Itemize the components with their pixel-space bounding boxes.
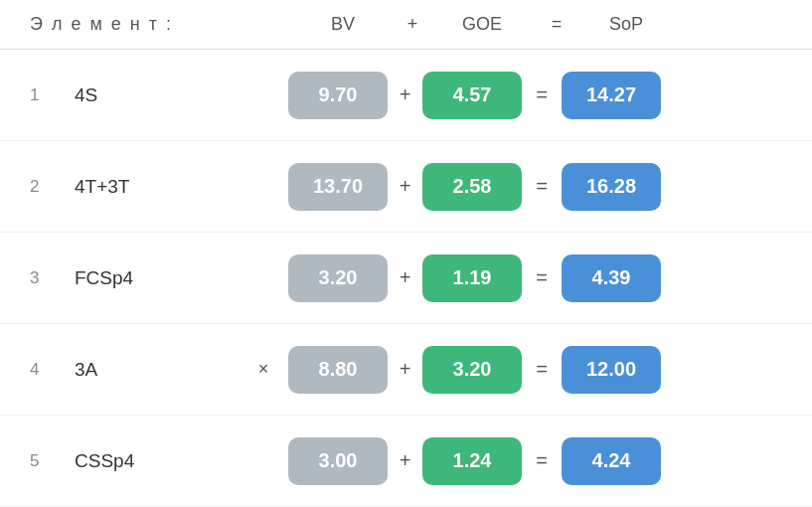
sop-value: 4.24: [562, 437, 661, 485]
row-element-name: 4S: [65, 84, 248, 106]
table-row: 1 4S 9.70 + 4.57 = 14.27: [0, 50, 812, 141]
bv-value: 3.20: [288, 254, 388, 302]
row-element-name: FCSp4: [65, 267, 248, 289]
row-multiplier: ×: [248, 359, 278, 380]
header-eq-label: =: [537, 14, 576, 35]
row-number: 5: [30, 451, 65, 471]
row-element-name: 4T+3T: [65, 176, 248, 198]
row-number: 2: [30, 177, 65, 197]
plus-sign: +: [388, 266, 422, 289]
sop-value: 14.27: [562, 72, 661, 119]
goe-value: 3.20: [422, 346, 522, 394]
sop-value: 16.28: [562, 163, 661, 211]
sop-value: 12.00: [562, 346, 661, 394]
header-sop-label: SoP: [576, 14, 676, 35]
table-row: 3 FCSp4 3.20 + 1.19 = 4.39: [0, 233, 812, 324]
row-number: 4: [30, 360, 65, 380]
eq-sign: =: [522, 358, 562, 381]
table-header: Э л е м е н т : BV + GOE = SoP: [0, 0, 812, 50]
header-goe-label: GOE: [427, 14, 537, 35]
bv-value: 9.70: [288, 72, 388, 119]
row-element-name: 3A: [65, 359, 248, 381]
goe-value: 1.24: [422, 437, 522, 485]
eq-sign: =: [522, 175, 562, 198]
eq-sign: =: [522, 449, 562, 472]
eq-sign: =: [522, 266, 562, 289]
sop-value: 4.39: [562, 254, 661, 302]
plus-sign: +: [388, 358, 422, 381]
goe-value: 1.19: [422, 254, 522, 302]
plus-sign: +: [388, 84, 422, 106]
header-bv-label: BV: [288, 14, 398, 35]
bv-value: 8.80: [288, 346, 388, 394]
eq-sign: =: [522, 84, 562, 106]
table-body: 1 4S 9.70 + 4.57 = 14.27 2 4T+3T 13.70 +…: [0, 50, 812, 507]
row-number: 1: [30, 85, 65, 105]
plus-sign: +: [388, 175, 422, 198]
row-number: 3: [30, 268, 65, 288]
table-row: 2 4T+3T 13.70 + 2.58 = 16.28: [0, 141, 812, 233]
header-plus-label: +: [398, 14, 427, 35]
goe-value: 4.57: [422, 72, 522, 119]
bv-value: 3.00: [288, 437, 388, 485]
goe-value: 2.58: [422, 163, 522, 211]
bv-value: 13.70: [288, 163, 388, 211]
header-element-label: Э л е м е н т :: [30, 14, 288, 35]
table-row: 4 3A × 8.80 + 3.20 = 12.00: [0, 324, 812, 416]
plus-sign: +: [388, 449, 422, 472]
row-element-name: CSSp4: [65, 450, 248, 472]
table-row: 5 CSSp4 3.00 + 1.24 = 4.24: [0, 416, 812, 507]
